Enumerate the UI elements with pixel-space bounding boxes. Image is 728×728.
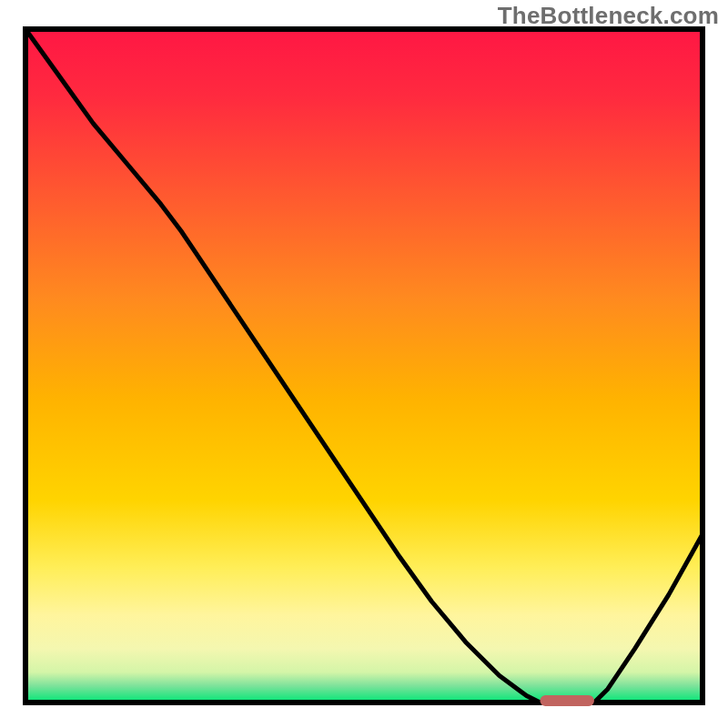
gradient-background <box>25 29 703 703</box>
optimal-range-marker <box>540 695 594 706</box>
chart-container: TheBottleneck.com <box>0 0 728 728</box>
bottleneck-chart <box>0 0 728 728</box>
watermark-text: TheBottleneck.com <box>498 2 719 30</box>
